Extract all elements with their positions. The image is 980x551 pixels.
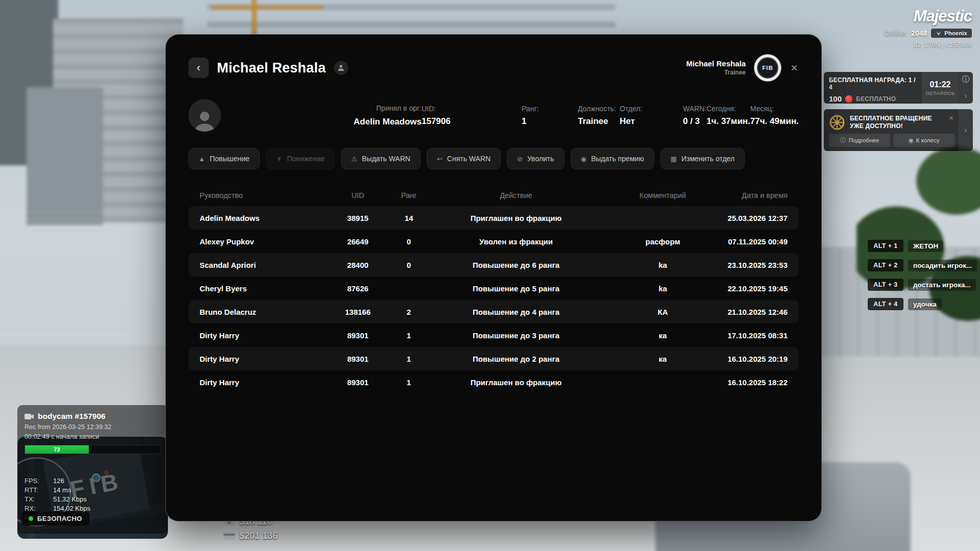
crane — [211, 6, 324, 9]
fire-button[interactable]: ⊘ Уволить — [507, 148, 564, 169]
info-value: Нет — [620, 117, 683, 126]
spin-title-line2: УЖЕ ДОСТУПНО! — [850, 122, 943, 130]
hotkey-hints: ALT + 1 ЖЕТОН ALT + 2 посадить игрок... … — [868, 240, 977, 317]
free-spin-panel[interactable]: БЕСПЛАТНОЕ ВРАЩЕНИЕ УЖЕ ДОСТУПНО! × ⓘ По… — [824, 109, 973, 151]
to-wheel-label: К колесу — [916, 137, 940, 143]
avatar — [188, 99, 221, 132]
cell-datetime: 23.10.2025 23:53 — [725, 261, 788, 269]
bodycam-title-row: bodycam #157906 — [24, 412, 161, 421]
bodycam-rec-line: Rec from 2026-03-25 12:39:32 — [24, 423, 161, 431]
member-info-row: Принял в орг: Adelin Meadows UID: 157906… — [188, 99, 799, 132]
info-pair: UID: 157906 — [422, 105, 522, 126]
warn-icon: ⚠ — [351, 155, 357, 163]
cell-leader: Bruno Delacruz — [200, 308, 330, 316]
info-pair: Отдел: Нет — [620, 105, 683, 126]
give-bonus-button[interactable]: ◉ Выдать премию — [571, 148, 654, 169]
details-button[interactable]: ⓘ Подробнее — [829, 134, 890, 147]
hotkey-row: ALT + 2 посадить игрок... — [868, 259, 977, 271]
cell-comment: ка — [600, 355, 725, 363]
bodycam-progress-bar: 73 — [24, 445, 161, 454]
change-department-label: Изменить отдел — [681, 155, 734, 163]
hotkey-key: ALT + 4 — [868, 298, 903, 310]
online-label: Online: — [885, 29, 907, 37]
give-warn-button[interactable]: ⚠ Выдать WARN — [341, 148, 421, 169]
close-button[interactable]: × — [790, 61, 799, 75]
info-value: 1 — [522, 117, 578, 126]
cell-rank: 2 — [386, 308, 432, 316]
change-department-button[interactable]: ▦ Изменить отдел — [660, 148, 745, 169]
cell-rank: 1 — [386, 331, 432, 340]
cell-datetime: 21.10.2025 12:46 — [725, 308, 788, 316]
member-name: Michael Reshala — [686, 59, 746, 69]
demote-button[interactable]: ▼ Понижение — [266, 148, 335, 169]
cell-leader: Alexey Pupkov — [200, 237, 330, 246]
cell-action: Повышение до 2 ранга — [432, 355, 600, 363]
cell-uid: 89301 — [330, 331, 386, 340]
table-header-cell: Ранг — [386, 191, 432, 199]
info-label: Отдел: — [620, 105, 683, 112]
hotkey-key: ALT + 1 — [868, 240, 903, 252]
phoenix-icon — [936, 31, 942, 36]
bodycam-stat-row: FPS: 126 — [24, 477, 161, 486]
info-label: WARN: — [683, 105, 706, 112]
hotkey-label: ЖЕТОН — [908, 240, 943, 252]
close-icon[interactable]: × — [948, 113, 954, 122]
reward-title: БЕСПЛАТНАЯ НАГРАДА: 1 / 4 — [829, 77, 917, 91]
promote-button[interactable]: ▲ Повышение — [188, 148, 260, 169]
reward-timer-caption: ОСТАЛОСЬ — [925, 90, 955, 96]
info-pair: Месяц: 77ч. 49мин. — [750, 105, 799, 126]
info-value: 0 / 3 — [683, 117, 706, 126]
info-icon: ⓘ — [840, 136, 846, 145]
bodycam-progress-fill: 73 — [25, 445, 89, 454]
demote-label: Понижение — [287, 155, 325, 163]
majestic-logo: Majestic — [885, 7, 972, 26]
table-row: Bruno Delacruz 138166 2 Повышение до 4 р… — [188, 300, 799, 323]
table-header-cell: Дата и время — [725, 191, 788, 199]
member-meta: Michael Reshala Trainee — [686, 59, 746, 77]
stat-value: 126 — [53, 477, 64, 486]
bodycam-overlay: bodycam #157906 Rec from 2026-03-25 12:3… — [17, 405, 168, 534]
cell-leader: Dirty Harry — [200, 355, 330, 363]
bank-value: $201 136 — [239, 531, 278, 541]
cell-comment: расформ — [600, 237, 725, 246]
chevron-up-icon: ▲ — [199, 155, 205, 163]
table-row: Dirty Harry 89301 1 Повышение до 2 ранга… — [188, 347, 799, 370]
cell-rank: 0 — [386, 261, 432, 269]
bodycam-title: bodycam #157906 — [38, 412, 106, 421]
bodycam-progress-label: 73 — [54, 446, 60, 453]
bank-row: $201 136 — [224, 531, 278, 541]
info-label: Должность: — [578, 105, 620, 112]
bodycam-stat-row: RTT: 14 ms — [24, 486, 161, 495]
free-reward-panel[interactable]: БЕСПЛАТНАЯ НАГРАДА: 1 / 4 100 БЕСПЛАТНО … — [824, 72, 973, 104]
table-row: Dirty Harry 89301 1 Повышение до 3 ранга… — [188, 323, 799, 347]
to-wheel-button[interactable]: ◉ К колесу — [893, 134, 954, 147]
remove-warn-button[interactable]: ↩ Снять WARN — [427, 148, 501, 169]
joined-by-value: Adelin Meadows — [354, 117, 422, 127]
cell-action: Повышение до 5 ранга — [432, 284, 600, 293]
details-label: Подробнее — [849, 137, 879, 143]
table-row: Adelin Meadows 38915 14 Приглашен во фра… — [188, 206, 799, 230]
info-icon[interactable]: ⓘ — [962, 75, 969, 84]
faction-logo-text: FIB — [757, 57, 778, 79]
info-value: 77ч. 49мин. — [750, 117, 799, 126]
cell-leader: Adelin Meadows — [200, 214, 330, 222]
person-icon — [334, 61, 348, 75]
dismiss-icon: ⊘ — [517, 155, 523, 163]
spin-top-row: БЕСПЛАТНОЕ ВРАЩЕНИЕ УЖЕ ДОСТУПНО! × — [824, 109, 959, 134]
cell-action: Повышение до 6 ранга — [432, 261, 600, 269]
back-button[interactable]: ‹ — [188, 58, 209, 78]
hotkey-row: ALT + 1 ЖЕТОН — [868, 240, 977, 252]
reward-side: ⓘ › — [959, 72, 973, 104]
chevron-right-icon[interactable]: › — [964, 126, 967, 135]
info-pair: Сегодня: 1ч. 37мин. — [706, 105, 750, 126]
chevron-right-icon[interactable]: › — [964, 91, 967, 101]
reward-free-label: БЕСПЛАТНО — [856, 95, 896, 103]
spin-title-line1: БЕСПЛАТНОЕ ВРАЩЕНИЕ — [850, 115, 943, 122]
building — [27, 87, 103, 225]
info-pair: Должность: Trainee — [578, 105, 620, 126]
info-label: Ранг: — [522, 105, 578, 112]
table-body: Adelin Meadows 38915 14 Приглашен во фра… — [188, 206, 799, 394]
joined-by-label: Принял в орг: — [354, 104, 422, 112]
server-badge: Phoenix — [931, 29, 972, 38]
remove-warn-label: Снять WARN — [447, 155, 491, 163]
